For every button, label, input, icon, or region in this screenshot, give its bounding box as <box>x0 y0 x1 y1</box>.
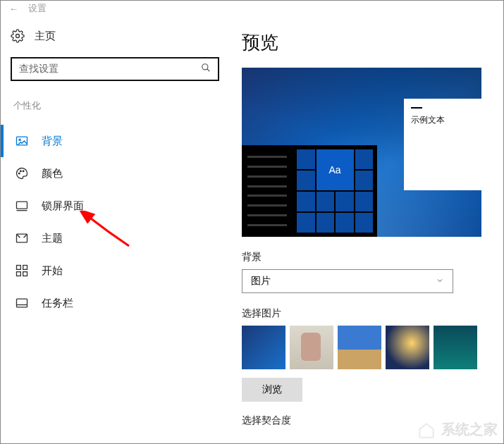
thumbnail-4[interactable] <box>386 326 429 369</box>
taskbar-icon <box>15 296 29 310</box>
sidebar-item-label: 任务栏 <box>42 297 73 310</box>
home-link[interactable]: 主页 <box>11 29 223 43</box>
sidebar-item-label: 主题 <box>42 232 63 245</box>
sidebar-item-lockscreen[interactable]: 锁屏界面 <box>11 190 223 222</box>
section-label: 个性化 <box>11 99 223 112</box>
start-icon <box>15 264 29 278</box>
svg-point-6 <box>20 171 22 172</box>
svg-point-5 <box>18 173 20 174</box>
svg-rect-11 <box>17 266 21 270</box>
preview-tile-big: Aa <box>316 149 354 190</box>
sidebar: 主页 查找设置 个性化 背景 颜色 锁屏界面 主题 开始 <box>1 16 233 443</box>
svg-point-1 <box>202 64 208 70</box>
main-content: 预览 Aa 示例文本 背景 <box>233 16 503 443</box>
dropdown-value: 图片 <box>251 275 271 288</box>
choose-picture-label: 选择图片 <box>242 307 495 320</box>
home-label: 主页 <box>35 30 56 43</box>
sidebar-item-start[interactable]: 开始 <box>11 254 223 287</box>
picture-thumbnails <box>242 326 495 369</box>
preview-title: 预览 <box>242 30 495 55</box>
sidebar-item-taskbar[interactable]: 任务栏 <box>11 287 223 319</box>
preview-start-list <box>242 145 293 237</box>
svg-point-7 <box>23 171 24 172</box>
lockscreen-icon <box>15 199 29 213</box>
sidebar-item-label: 锁屏界面 <box>42 199 84 213</box>
back-icon[interactable]: ← <box>9 4 18 14</box>
sidebar-item-label: 背景 <box>42 135 63 148</box>
background-label: 背景 <box>242 251 495 264</box>
sidebar-item-colors[interactable]: 颜色 <box>11 157 223 190</box>
browse-button[interactable]: 浏览 <box>242 378 302 402</box>
search-icon <box>201 63 211 75</box>
window-title: 设置 <box>28 2 47 15</box>
svg-line-2 <box>207 69 210 72</box>
desktop-preview: Aa 示例文本 <box>242 68 481 237</box>
svg-rect-15 <box>17 299 27 307</box>
sidebar-item-themes[interactable]: 主题 <box>11 222 223 254</box>
sidebar-item-background[interactable]: 背景 <box>11 125 223 157</box>
sidebar-item-label: 开始 <box>42 264 63 278</box>
sidebar-item-label: 颜色 <box>42 167 63 180</box>
preview-start-tiles: Aa <box>293 145 377 237</box>
svg-rect-8 <box>17 202 27 209</box>
preview-sample-window: 示例文本 <box>404 99 481 190</box>
chevron-down-icon <box>436 276 444 287</box>
background-dropdown[interactable]: 图片 <box>242 269 453 293</box>
svg-rect-12 <box>23 266 27 270</box>
gear-icon <box>11 29 25 43</box>
thumbnail-2[interactable] <box>290 326 333 369</box>
thumbnail-5[interactable] <box>434 326 477 369</box>
sample-text: 示例文本 <box>411 114 474 126</box>
search-placeholder: 查找设置 <box>19 63 201 75</box>
thumbnail-3[interactable] <box>338 326 381 369</box>
palette-icon <box>15 166 29 180</box>
svg-point-0 <box>16 35 20 38</box>
themes-icon <box>15 231 29 245</box>
thumbnail-1[interactable] <box>242 326 285 369</box>
svg-rect-13 <box>17 272 21 276</box>
watermark: 系统之家 <box>416 420 498 439</box>
svg-rect-14 <box>23 272 27 276</box>
svg-point-4 <box>19 139 20 141</box>
picture-icon <box>15 134 29 148</box>
search-input[interactable]: 查找设置 <box>11 57 219 81</box>
